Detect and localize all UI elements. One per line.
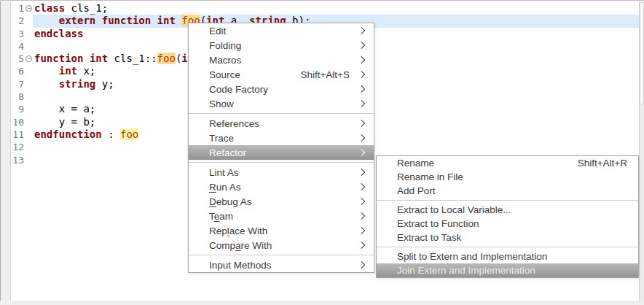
folding-column <box>24 40 33 53</box>
menu-item-code-factory[interactable]: Code Factory <box>189 82 374 96</box>
menu-item-join-extern-and-implementation[interactable]: Join Extern and Implementation <box>377 263 638 277</box>
menu-item-source[interactable]: SourceShift+Alt+S <box>189 67 374 82</box>
menu-item-input-methods[interactable]: Input Methods <box>189 258 374 272</box>
submenu-arrow-icon <box>353 223 366 238</box>
horizontal-scrollbar[interactable] <box>0 301 644 305</box>
folding-column <box>24 154 33 166</box>
menu-separator <box>189 162 374 163</box>
code-token: y; <box>95 78 114 90</box>
keyword-token: endfunction <box>34 128 102 140</box>
folding-column <box>24 116 33 128</box>
submenu-arrow-icon <box>353 145 366 160</box>
menu-item-label: Replace With <box>209 225 267 236</box>
menu-item-lint-as[interactable]: Lint As <box>189 165 374 179</box>
menu-item-macros[interactable]: Macros <box>189 53 374 67</box>
code-token <box>83 53 89 64</box>
refactor-submenu: RenameShift+Alt+RRename in FileAdd PortE… <box>376 155 639 278</box>
menu-item-label: Extract to Task <box>397 232 461 243</box>
menu-item-refactor[interactable]: Refactor <box>189 145 374 160</box>
menu-item-label: Show <box>209 99 234 109</box>
fold-collapse-icon[interactable] <box>25 5 32 12</box>
folding-column <box>24 2 33 15</box>
menu-item-rename-in-file[interactable]: Rename in File <box>377 170 638 184</box>
menu-item-compare-with[interactable]: Compare With <box>189 238 374 252</box>
submenu-arrow-icon <box>353 131 366 145</box>
code-token <box>34 78 59 90</box>
menu-item-label: Team <box>209 211 233 222</box>
folding-column <box>24 90 33 103</box>
submenu-arrow-icon <box>353 67 366 82</box>
menu-item-label: Add Port <box>397 185 436 196</box>
menu-item-label: Rename <box>397 158 434 169</box>
vertical-scrollbar[interactable] <box>639 1 644 305</box>
occurrence-highlight-token: foo <box>157 53 176 64</box>
menu-separator <box>189 255 374 255</box>
submenu-arrow-icon <box>353 209 366 223</box>
submenu-arrow-icon <box>353 82 366 96</box>
menu-item-extract-to-local-variable[interactable]: Extract to Local Variable... <box>377 203 638 217</box>
menu-item-shortcut: Shift+Alt+R <box>578 158 627 169</box>
menu-item-label: Input Methods <box>209 260 272 271</box>
menu-item-extract-to-function[interactable]: Extract to Function <box>377 217 638 231</box>
line-number: 9 <box>12 103 24 115</box>
context-menu: EditFoldingMacrosSourceShift+Alt+SCode F… <box>188 23 374 273</box>
line-number: 13 <box>12 154 24 166</box>
menu-item-team[interactable]: Team <box>189 209 374 223</box>
folding-column <box>24 53 33 65</box>
menu-item-label: Compare With <box>209 240 272 251</box>
menu-item-edit[interactable]: Edit <box>189 23 374 38</box>
menu-item-replace-with[interactable]: Replace With <box>189 223 374 238</box>
menu-item-references[interactable]: References <box>189 116 374 131</box>
menu-item-label: Debug As <box>209 196 252 207</box>
menu-item-folding[interactable]: Folding <box>189 38 374 53</box>
line-number: 5 <box>12 53 24 65</box>
code-line-1[interactable]: 1class cls_1; <box>12 2 639 15</box>
submenu-arrow-icon <box>353 23 366 38</box>
keyword-token: function <box>102 15 151 26</box>
code-text: class cls_1; <box>33 2 639 15</box>
code-token: : <box>102 128 120 140</box>
vertical-scrollbar-thumb[interactable] <box>640 2 644 104</box>
keyword-token: endclass <box>34 28 83 39</box>
submenu-arrow-icon <box>353 258 366 272</box>
menu-item-show[interactable]: Show <box>189 96 374 111</box>
annotation-ruler[interactable] <box>0 1 11 305</box>
menu-item-label: Extract to Local Variable... <box>397 204 511 215</box>
line-number: 1 <box>12 2 24 15</box>
submenu-arrow-icon <box>353 165 366 179</box>
menu-item-run-as[interactable]: Run As <box>189 179 374 194</box>
menu-item-add-port[interactable]: Add Port <box>377 184 638 198</box>
menu-item-label: Extract to Function <box>397 218 479 229</box>
folding-column <box>24 103 33 115</box>
folding-column <box>24 128 33 141</box>
keyword-token: function <box>34 53 83 64</box>
menu-item-split-to-extern-and-implementation[interactable]: Split to Extern and Implementation <box>377 250 638 263</box>
line-number: 12 <box>12 141 24 153</box>
menu-item-rename[interactable]: RenameShift+Alt+R <box>377 156 638 170</box>
folding-column <box>24 65 33 77</box>
menu-item-label: Lint As <box>209 167 239 178</box>
code-token: y = b; <box>34 116 95 128</box>
menu-item-extract-to-task[interactable]: Extract to Task <box>377 231 638 244</box>
fold-collapse-icon[interactable] <box>25 55 32 62</box>
code-token <box>151 15 157 26</box>
keyword-token: extern <box>59 15 96 26</box>
code-token <box>34 15 59 26</box>
folding-column <box>24 15 33 27</box>
line-number: 2 <box>12 15 24 27</box>
menu-item-label: References <box>209 118 259 129</box>
menu-item-label: Folding <box>209 40 241 51</box>
submenu-arrow-icon <box>353 53 366 67</box>
menu-separator <box>189 113 374 114</box>
menu-item-label: Run As <box>209 182 241 193</box>
folding-column <box>24 28 33 40</box>
menu-item-label: Split to Extern and Implementation <box>397 251 547 262</box>
line-number: 6 <box>12 65 24 77</box>
menu-item-shortcut: Shift+Alt+S <box>300 69 350 80</box>
code-token: cls_1; <box>65 2 108 14</box>
menu-item-trace[interactable]: Trace <box>189 131 374 145</box>
folding-column <box>24 141 33 153</box>
menu-item-label: Macros <box>209 55 241 66</box>
code-editor-window: 1class cls_1;2 extern function int foo(i… <box>0 0 644 305</box>
menu-item-debug-as[interactable]: Debug As <box>189 194 374 209</box>
